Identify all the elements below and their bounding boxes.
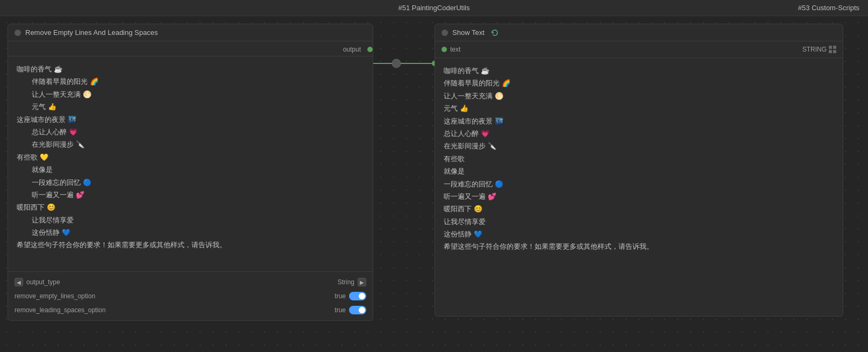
remove-empty-label: remove_empty_lines_option [15, 292, 95, 300]
left-node: Remove Empty Lines And Leading Spaces ou… [8, 24, 373, 321]
remove-empty-toggle[interactable] [349, 292, 366, 300]
text-label: text [450, 46, 460, 53]
string-badge: STRING [802, 46, 836, 53]
output-type-prev[interactable]: ◀ [15, 278, 23, 286]
output-type-label: output_type [26, 278, 60, 286]
output-type-value: String [338, 278, 354, 286]
canvas-area: Remove Empty Lines And Leading Spaces ou… [0, 16, 868, 352]
output-type-next[interactable]: ▶ [358, 278, 366, 286]
left-node-content: 咖啡的香气 ☕伴随着早晨的阳光 🌈让人一整天充满 🌕元气 👍这座城市的夜景 🌃总… [8, 56, 373, 271]
remove-empty-row: remove_empty_lines_option true [8, 289, 373, 303]
output-port[interactable] [367, 47, 373, 52]
string-label: STRING [802, 46, 827, 53]
output-label: output [343, 46, 364, 53]
left-node-header: Remove Empty Lines And Leading Spaces [8, 24, 373, 41]
right-node-content: 咖啡的香气 ☕伴随着早晨的阳光 🌈让人一整天充满 🌕元气 👍这座城市的夜景 🌃总… [435, 58, 843, 316]
remove-leading-toggle[interactable] [349, 306, 366, 314]
left-node-dot [15, 30, 21, 36]
left-node-footer: ◀ output_type String ▶ remove_empty_line… [8, 271, 373, 320]
remove-leading-row: remove_leading_spaces_option true [8, 303, 373, 317]
top-bar-center: #51 PaintingCoderUtils [399, 4, 470, 12]
svg-point-3 [392, 59, 401, 68]
remove-leading-label: remove_leading_spaces_option [15, 306, 105, 314]
refresh-icon[interactable] [491, 29, 499, 37]
output-type-row: ◀ output_type String ▶ [8, 275, 373, 289]
left-node-title: Remove Empty Lines And Leading Spaces [25, 28, 158, 37]
input-port[interactable] [442, 47, 447, 52]
top-bar: #51 PaintingCoderUtils #53 Custom-Script… [0, 0, 868, 16]
remove-empty-value: true [335, 292, 346, 300]
right-node: Show Text text STRING 咖啡的香气 ☕伴随 [435, 24, 843, 317]
top-bar-right: #53 Custom-Scripts [798, 4, 859, 12]
right-node-header: Show Text [435, 24, 843, 41]
grid-icon [829, 46, 836, 53]
right-node-title: Show Text [452, 28, 485, 37]
remove-leading-value: true [335, 306, 346, 314]
right-node-dot [442, 30, 448, 36]
